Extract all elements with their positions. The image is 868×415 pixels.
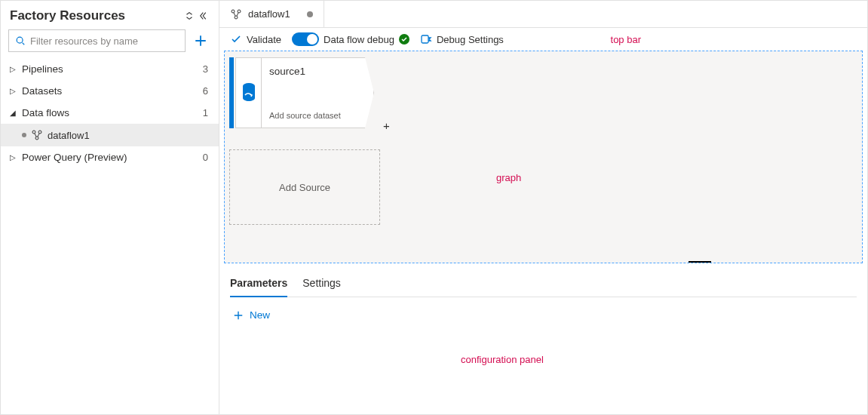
node-accent-bar: [229, 57, 234, 128]
factory-resources-panel: Factory Resources ▷ Pipelines: [1, 1, 219, 414]
node-subtitle: Add source dataset: [269, 111, 366, 120]
annotation-graph: graph: [496, 172, 521, 183]
tree-child-label: dataflow1: [48, 130, 90, 141]
add-step-button[interactable]: +: [383, 119, 390, 132]
add-resource-button[interactable]: [190, 30, 211, 51]
source-node[interactable]: source1 Add source dataset: [229, 57, 374, 128]
svg-point-4: [232, 10, 235, 13]
debug-settings-icon: [420, 33, 432, 45]
annotation-top-bar: top bar: [611, 34, 641, 45]
node-icon-col: [235, 57, 261, 128]
collapse-panel-icon[interactable]: [199, 11, 210, 21]
success-check-icon: [399, 34, 409, 45]
tree-label: Pipelines: [22, 63, 63, 75]
add-source-placeholder[interactable]: Add Source: [229, 149, 380, 225]
config-tabstrip: Parameters Settings: [230, 263, 857, 297]
source-dataset-icon: [241, 82, 257, 103]
node-title: source1: [269, 66, 366, 77]
tree-row-dataflows[interactable]: ◢ Data flows 1: [1, 102, 219, 124]
chevron-down-icon: ◢: [10, 109, 17, 117]
svg-point-2: [38, 131, 41, 134]
node-body[interactable]: source1 Add source dataset: [261, 57, 374, 128]
dataflow-debug-toggle[interactable]: Data flow debug: [292, 32, 409, 46]
toggle-icon[interactable]: [292, 32, 319, 46]
main-area: dataflow1 Validate Data flow debug Debug…: [219, 1, 867, 414]
tree-count: 1: [203, 107, 208, 118]
new-parameter-button[interactable]: New: [230, 297, 857, 333]
sidebar-title: Factory Resources: [10, 8, 125, 23]
dataflow-icon: [230, 8, 242, 20]
config-tab-parameters[interactable]: Parameters: [230, 272, 287, 297]
annotation-config-panel: configuration panel: [461, 354, 544, 365]
unsaved-dot-icon: [22, 133, 26, 137]
tab-dataflow1[interactable]: dataflow1: [219, 1, 324, 27]
tree-count: 6: [203, 85, 208, 97]
sidebar-header: Factory Resources: [1, 8, 219, 29]
tree-child-dataflow1[interactable]: dataflow1: [1, 124, 219, 146]
tree-label: Datasets: [22, 85, 62, 97]
debug-toggle-label: Data flow debug: [324, 34, 394, 45]
dataflow-graph-canvas[interactable]: source1 Add source dataset + Add Source …: [224, 51, 863, 263]
expand-all-icon[interactable]: [184, 11, 195, 21]
search-input-wrapper[interactable]: [8, 29, 186, 52]
dataflow-toolbar: Validate Data flow debug Debug Settings …: [219, 28, 867, 51]
search-input[interactable]: [30, 35, 179, 47]
validate-label: Validate: [247, 34, 281, 45]
tree-row-powerquery[interactable]: ▷ Power Query (Preview) 0: [1, 146, 219, 168]
svg-point-0: [17, 37, 23, 43]
tree-row-datasets[interactable]: ▷ Datasets 6: [1, 80, 219, 102]
dataflow-icon: [31, 129, 43, 141]
new-parameter-label: New: [250, 309, 270, 321]
tree-row-pipelines[interactable]: ▷ Pipelines 3: [1, 58, 219, 80]
svg-point-6: [235, 16, 238, 19]
tab-title: dataflow1: [248, 8, 290, 20]
editor-tabstrip: dataflow1: [219, 1, 867, 28]
svg-rect-7: [422, 35, 428, 43]
search-icon: [15, 35, 26, 46]
tree-label: Power Query (Preview): [22, 152, 127, 163]
debug-settings-label: Debug Settings: [437, 34, 504, 45]
svg-point-3: [35, 137, 38, 140]
add-source-label: Add Source: [279, 182, 330, 193]
chevron-right-icon: ▷: [10, 87, 17, 95]
chevron-right-icon: ▷: [10, 153, 17, 161]
configuration-panel: Parameters Settings New configuration pa…: [219, 263, 867, 414]
svg-point-5: [238, 10, 241, 13]
svg-point-1: [32, 131, 35, 134]
tab-dirty-dot-icon[interactable]: [307, 11, 313, 17]
config-tab-settings[interactable]: Settings: [302, 272, 341, 297]
resource-tree: ▷ Pipelines 3 ▷ Datasets 6 ◢ Data flows …: [1, 58, 219, 168]
validate-button[interactable]: Validate: [230, 33, 281, 45]
chevron-right-icon: ▷: [10, 65, 17, 73]
tree-label: Data flows: [22, 107, 69, 118]
tree-count: 3: [203, 63, 208, 75]
debug-settings-button[interactable]: Debug Settings: [420, 33, 504, 45]
tree-count: 0: [203, 152, 208, 163]
